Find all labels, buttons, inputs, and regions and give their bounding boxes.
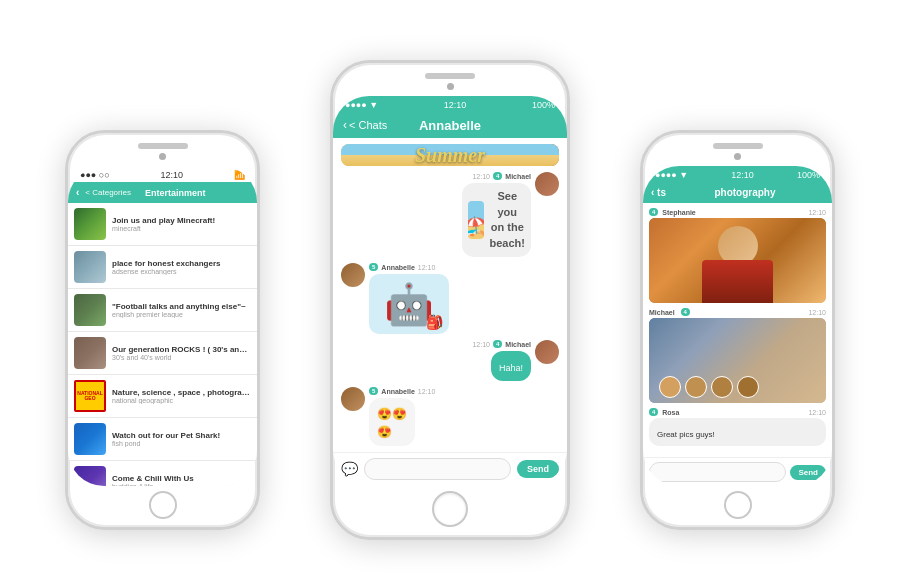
- chat-info: Join us and play Minecraft! minecraft: [112, 216, 251, 232]
- beach-text: See youon thebeach!: [490, 189, 525, 251]
- right-phone-camera: [734, 153, 741, 160]
- haha-text: Haha!: [499, 363, 523, 373]
- msg-badge-2: 4: [493, 340, 502, 348]
- michael-label: Michael 4: [649, 308, 690, 316]
- center-signal: ●●●● ▼: [345, 100, 378, 110]
- rosa-text: Great pics guys!: [657, 430, 715, 439]
- chat-sub: adsense exchangers: [112, 268, 251, 275]
- left-header: ‹ < Categories Entertainment: [68, 182, 257, 203]
- msg-time-annabelle-2: 12:10: [418, 388, 436, 395]
- back-chevron-icon: ‹: [343, 118, 347, 132]
- right-message-michael: Michael 4 12:10: [649, 308, 826, 403]
- stephanie-photo: [649, 218, 826, 303]
- chat-title-annabelle: Annabelle: [419, 118, 481, 133]
- msg-meta-michael-2: 12:10 4 Michael: [472, 340, 531, 348]
- right-header: ‹ ts photography: [643, 182, 832, 203]
- message-annabelle-emoji: 5 Annabelle 12:10 😍😍😍: [341, 387, 559, 446]
- michael-time: 12:10: [808, 309, 826, 316]
- summer-banner: Summer: [341, 144, 559, 166]
- chat-title: Our generation ROCKS ! ( 30's and 40's w…: [112, 345, 251, 354]
- left-status-bar: ●●● ○○ 12:10 📶: [68, 166, 257, 182]
- chat-thumb-people: [74, 251, 106, 283]
- michael-photo: [649, 318, 826, 403]
- msg-bubble-beach: 🏖️ See youon thebeach!: [462, 183, 531, 257]
- emoji-bubble: 😍😍😍: [369, 398, 415, 446]
- left-phone-speaker: [138, 143, 188, 149]
- msg-sender: Michael: [505, 173, 531, 180]
- list-item[interactable]: NATIONALGEO Nature, science , space , ph…: [68, 375, 257, 418]
- chat-thumb-football: [74, 294, 106, 326]
- right-send-button[interactable]: Send: [790, 465, 826, 480]
- message-michael-beach: 12:10 4 Michael 🏖️ See youon thebeach!: [341, 172, 559, 257]
- chat-info: Our generation ROCKS ! ( 30's and 40's w…: [112, 345, 251, 361]
- left-back-arrow[interactable]: ‹: [76, 187, 79, 198]
- list-item[interactable]: Our generation ROCKS ! ( 30's and 40's w…: [68, 332, 257, 375]
- left-phone-camera: [159, 153, 166, 160]
- chat-info: place for honest exchangers adsense exch…: [112, 259, 251, 275]
- chat-info: Nature, science , space , photography an…: [112, 388, 251, 404]
- list-item[interactable]: place for honest exchangers adsense exch…: [68, 246, 257, 289]
- right-time: 12:10: [731, 170, 754, 180]
- compose-icon: 💬: [341, 461, 358, 477]
- msg-badge-annabelle-2: 5: [369, 387, 378, 395]
- right-battery: 100%: [797, 170, 820, 180]
- stephanie-time: 12:10: [808, 209, 826, 216]
- list-item[interactable]: Come & Chill With Us buddies 4 life: [68, 461, 257, 486]
- center-home-button[interactable]: [432, 491, 468, 527]
- beach-sticker-icon: 🏖️: [468, 201, 483, 239]
- avatar-annabelle: [341, 263, 365, 287]
- right-status-bar: ●●●● ▼ 12:10 100%: [643, 166, 832, 182]
- avatar-michael-2: [535, 340, 559, 364]
- chat-title: Join us and play Minecraft!: [112, 216, 251, 225]
- left-wifi: 📶: [234, 170, 245, 180]
- rosa-badge: 4: [649, 408, 658, 416]
- right-phone-speaker: [713, 143, 763, 149]
- chat-thumb-minecraft: [74, 208, 106, 240]
- chat-sub: national geographic: [112, 397, 251, 404]
- message-annabelle-sticker: 5 Annabelle 12:10 🤖 🎒: [341, 263, 559, 334]
- center-input-bar: 💬 Send: [333, 452, 567, 485]
- chat-title: Watch out for our Pet Shark!: [112, 431, 251, 440]
- msg-meta-michael: 12:10 4 Michael: [472, 172, 531, 180]
- list-item[interactable]: Join us and play Minecraft! minecraft: [68, 203, 257, 246]
- michael-badge: 4: [681, 308, 690, 316]
- msg-time-annabelle: 12:10: [418, 264, 436, 271]
- message-input[interactable]: [364, 458, 511, 480]
- right-home-button[interactable]: [724, 491, 752, 519]
- msg-badge-annabelle: 5: [369, 263, 378, 271]
- chat-title: Nature, science , space , photography an…: [112, 388, 251, 397]
- msg-meta-annabelle-2: 5 Annabelle 12:10: [369, 387, 435, 395]
- back-button[interactable]: ‹ < Chats: [343, 118, 387, 132]
- left-phone: ●●● ○○ 12:10 📶 ‹ < Categories Entertainm…: [65, 130, 260, 530]
- right-message-input[interactable]: [649, 462, 786, 482]
- left-categories[interactable]: < Categories: [85, 188, 131, 197]
- msg-sender-annabelle-2: Annabelle: [381, 388, 414, 395]
- center-time: 12:10: [444, 100, 467, 110]
- left-signal: ●●● ○○: [80, 170, 110, 180]
- msg-badge: 4: [493, 172, 502, 180]
- left-time: 12:10: [161, 170, 184, 180]
- list-item[interactable]: "Football talks and anything else"~ engl…: [68, 289, 257, 332]
- left-title: Entertainment: [145, 188, 206, 198]
- summer-text: Summer: [415, 144, 485, 166]
- chat-sub: buddies 4 life: [112, 483, 251, 486]
- right-back-btn[interactable]: ‹ ts: [651, 187, 666, 198]
- chat-title: "Football talks and anything else"~: [112, 302, 251, 311]
- center-status-bar: ●●●● ▼ 12:10 100%: [333, 96, 567, 112]
- chat-info: "Football talks and anything else"~ engl…: [112, 302, 251, 318]
- rosa-label: 4 Rosa: [649, 408, 679, 416]
- right-message-rosa: 4 Rosa 12:10 Great pics guys!: [649, 408, 826, 446]
- list-item[interactable]: Watch out for our Pet Shark! fish pond: [68, 418, 257, 461]
- send-button[interactable]: Send: [517, 460, 559, 478]
- avatar-michael: [535, 172, 559, 196]
- haha-bubble: Haha!: [491, 351, 531, 381]
- message-michael-haha: 12:10 4 Michael Haha!: [341, 340, 559, 381]
- stephanie-label: 4 Stephanie: [649, 208, 696, 216]
- chat-thumb-ng: NATIONALGEO: [74, 380, 106, 412]
- chat-sub: english premier league: [112, 311, 251, 318]
- chat-sub: fish pond: [112, 440, 251, 447]
- left-home-button[interactable]: [149, 491, 177, 519]
- chat-thumb-generation: [74, 337, 106, 369]
- back-label: < Chats: [349, 119, 387, 131]
- center-phone-speaker: [425, 73, 475, 79]
